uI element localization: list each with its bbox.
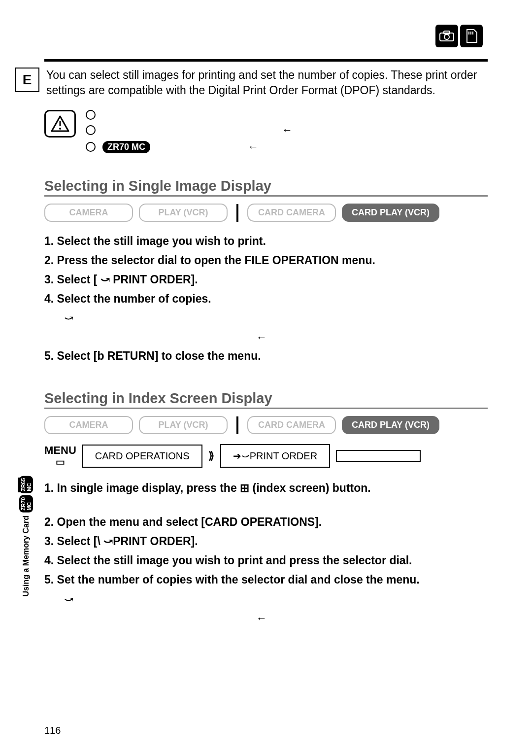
step: 2. Press the selector dial to open the F… — [44, 251, 488, 270]
side-tab: ZR70 MC ZR65 MC Using a Memory Card — [18, 488, 34, 596]
mode-card-camera: CARD CAMERA — [247, 204, 336, 222]
side-pill: ZR65 MC — [19, 476, 33, 493]
mode-camera: CAMERA — [44, 204, 133, 222]
arrow-left-icon: ← — [256, 609, 267, 627]
step: 3. Select [\ ⤻PRINT ORDER]. — [44, 532, 488, 551]
step: 3. Select [ ⤻ PRINT ORDER]. — [44, 270, 488, 289]
menu-cell-empty — [336, 450, 421, 462]
menu-cell: CARD OPERATIONS — [82, 445, 202, 468]
mode-card-camera: CARD CAMERA — [247, 416, 336, 434]
mode-row-single: CAMERA PLAY (VCR) CARD CAMERA CARD PLAY … — [44, 204, 488, 222]
svg-point-2 — [444, 34, 449, 39]
step: 1. Select the still image you wish to pr… — [44, 232, 488, 251]
section-title-index: Selecting in Index Screen Display — [44, 390, 488, 409]
arrow-left-icon: ← — [256, 328, 267, 346]
step: 4. Select the number of copies. — [44, 289, 488, 309]
mode-row-index: CAMERA PLAY (VCR) CARD CAMERA CARD PLAY … — [44, 416, 488, 434]
intro-text: You can select still images for printing… — [46, 68, 488, 98]
model-pill: ZR70 MC — [102, 141, 150, 153]
mode-camera: CAMERA — [44, 416, 133, 434]
print-mark-icon: ⤻ — [64, 309, 73, 328]
step: 1. In single image display, press the ⊞ … — [44, 479, 488, 498]
steps-index: 1. In single image display, press the ⊞ … — [44, 479, 488, 627]
caution-list: ← ZR70 MC← — [86, 110, 293, 153]
mode-play-vcr: PLAY (VCR) — [139, 416, 228, 434]
step: 5. Select [b RETURN] to close the menu. — [44, 346, 488, 366]
camera-icon — [435, 25, 458, 47]
side-pill: ZR70 MC — [19, 495, 33, 513]
book-icon: ▭ — [44, 456, 76, 467]
rule — [44, 59, 488, 62]
steps-single: 1. Select the still image you wish to pr… — [44, 232, 488, 366]
header-icons — [435, 25, 483, 47]
step: 4. Select the still image you wish to pr… — [44, 551, 488, 570]
menu-label: MENU — [44, 445, 76, 456]
page-number: 116 — [44, 725, 61, 736]
language-badge: E — [15, 68, 39, 92]
menu-cell: ➔⤻PRINT ORDER — [220, 444, 330, 468]
arrow-left-icon: ← — [248, 140, 259, 153]
svg-point-7 — [59, 128, 61, 130]
mode-card-play-vcr: CARD PLAY (VCR) — [342, 416, 439, 434]
menu-path: MENU ▭ CARD OPERATIONS ⟫ ➔⤻PRINT ORDER — [44, 444, 488, 468]
step: 2. Open the menu and select [CARD OPERAT… — [44, 513, 488, 532]
section-title-single: Selecting in Single Image Display — [44, 178, 488, 197]
caution-icon — [44, 110, 76, 137]
mode-card-play-vcr: CARD PLAY (VCR) — [342, 204, 439, 222]
chevron-icon: ⟫ — [208, 449, 214, 462]
step: 5. Set the number of copies with the sel… — [44, 570, 488, 589]
arrow-left-icon: ← — [282, 124, 293, 137]
mode-play-vcr: PLAY (VCR) — [139, 204, 228, 222]
card-icon — [460, 25, 483, 47]
print-mark-icon: ⤻ — [64, 590, 73, 609]
side-label: Using a Memory Card — [22, 515, 31, 596]
